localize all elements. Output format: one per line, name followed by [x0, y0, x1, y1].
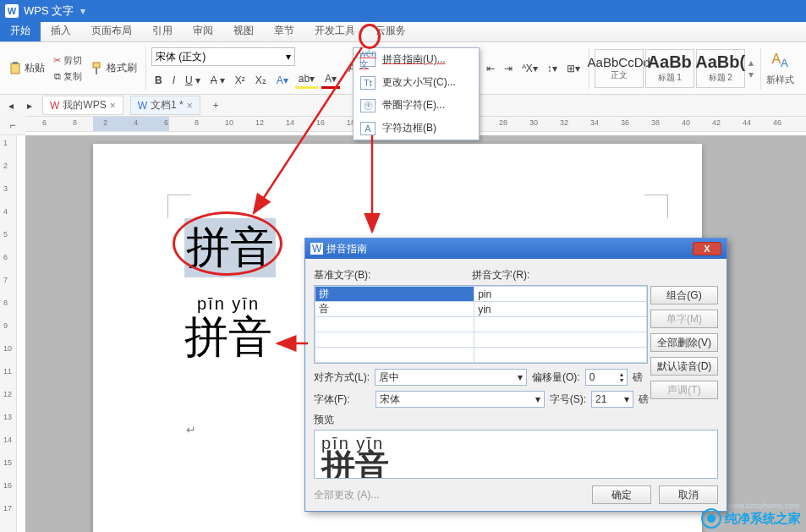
clear-all-button[interactable]: 全部删除(V): [650, 333, 718, 352]
tab-document[interactable]: W文档1 *×: [130, 96, 200, 115]
menu-tabs: 开始插入页面布局引用审阅视图章节开发工具云服务: [0, 22, 806, 42]
menu-tab[interactable]: 云服务: [365, 20, 416, 41]
tone-button: 声调(T): [650, 381, 718, 399]
combine-button[interactable]: 组合(G): [650, 286, 718, 304]
superscript-button[interactable]: X²: [232, 71, 249, 89]
default-reading-button[interactable]: 默认读音(D): [650, 357, 718, 376]
view-indicator: ⌐: [0, 115, 25, 135]
size-unit: 磅: [639, 392, 649, 407]
selected-text[interactable]: 拼音: [184, 218, 276, 277]
line-spacing-button[interactable]: ↕▾: [544, 61, 561, 76]
watermark-icon: [701, 508, 721, 529]
preview-label: 预览: [314, 413, 718, 427]
app-title: WPS 文字: [24, 3, 74, 19]
outdent-button[interactable]: ⇤: [483, 61, 498, 76]
font-color-button[interactable]: A▾: [321, 71, 340, 89]
menu-tab[interactable]: 审阅: [183, 20, 223, 41]
pinyin-guide-dialog: W拼音指南 X 基准文字(B): 拼音文字(R): 拼pin音yin 组合(G)…: [304, 238, 727, 512]
menu-tab[interactable]: 开发工具: [304, 20, 365, 41]
text-effect-button[interactable]: A▾: [273, 71, 292, 89]
dialog-titlebar[interactable]: W拼音指南 X: [305, 239, 726, 259]
copy-button[interactable]: ⧉复制: [51, 69, 85, 85]
strike-button[interactable]: A▾: [207, 71, 228, 89]
single-button: 单字(M): [650, 310, 718, 328]
close-icon[interactable]: ×: [110, 100, 116, 112]
paste-button[interactable]: 粘贴: [5, 59, 48, 77]
base-text-label: 基准文字(B):: [314, 268, 370, 282]
menu-tab[interactable]: 页面布局: [81, 20, 142, 41]
underline-button[interactable]: U▾: [182, 71, 204, 89]
tab-nav-left[interactable]: ◂: [5, 98, 17, 113]
style-gallery[interactable]: AaBbCcDd正文AaBb标题 1AaBb(标题 2: [595, 49, 745, 88]
cancel-button[interactable]: 取消: [659, 485, 718, 504]
style-preview[interactable]: AaBb标题 1: [645, 49, 694, 88]
highlight-button[interactable]: ab▾: [295, 71, 318, 89]
svg-rect-1: [13, 62, 18, 64]
dropdown-item[interactable]: Tt更改大小写(C)...: [354, 71, 479, 94]
style-preview[interactable]: AaBb(标题 2: [696, 49, 745, 88]
font-name-combo[interactable]: 宋体 (正文)▾: [151, 47, 295, 66]
text-direction-button[interactable]: ᴬX▾: [518, 61, 541, 76]
pinyin-dropdown-menu: wén 文拼音指南(U)...Tt更改大小写(C)...㊥带圈字符(E)...A…: [353, 47, 480, 140]
svg-rect-0: [11, 63, 19, 74]
apply-all-link[interactable]: 全部更改 (A)...: [314, 488, 379, 502]
align-label: 对齐方式(L):: [314, 370, 370, 385]
menu-tab[interactable]: 开始: [0, 20, 41, 41]
align-combo[interactable]: 居中▾: [375, 369, 527, 386]
svg-rect-3: [96, 68, 97, 74]
dialog-close-button[interactable]: X: [693, 242, 721, 255]
offset-spinner[interactable]: 0▴▾: [585, 369, 628, 386]
close-icon[interactable]: ×: [187, 100, 193, 112]
subscript-button[interactable]: X₂: [252, 71, 270, 89]
title-bar: W WPS 文字 ▾: [0, 0, 806, 22]
cut-button[interactable]: ✂剪切: [50, 52, 85, 69]
tab-mywps[interactable]: W我的WPS×: [42, 96, 123, 115]
ok-button[interactable]: 确定: [592, 485, 651, 504]
italic-button[interactable]: I: [169, 71, 178, 89]
menu-tab[interactable]: 视图: [223, 20, 264, 41]
style-preview[interactable]: AaBbCcDd正文: [595, 49, 644, 88]
preview-box: pīn yīn 拼音: [314, 430, 718, 479]
dropdown-item[interactable]: A字符边框(B): [354, 117, 479, 140]
menu-tab[interactable]: 引用: [142, 20, 183, 41]
bold-button[interactable]: B: [151, 71, 166, 89]
watermark: 纯净系统之家: [701, 508, 801, 529]
new-tab-button[interactable]: ＋: [207, 96, 224, 114]
tab-nav-right[interactable]: ▸: [24, 98, 36, 113]
font-combo[interactable]: 宋体▾: [376, 391, 545, 408]
borders-button[interactable]: ⊞▾: [563, 61, 584, 76]
paragraph-mark: ↵: [186, 423, 196, 436]
pinyin-grid[interactable]: 拼pin音yin: [314, 285, 648, 364]
size-label: 字号(S):: [550, 392, 586, 407]
svg-rect-2: [93, 63, 100, 68]
offset-unit: 磅: [633, 370, 643, 385]
offset-label: 偏移量(O):: [532, 370, 580, 385]
format-painter-button[interactable]: 格式刷: [87, 59, 140, 77]
dropdown-item[interactable]: ㊥带圈字符(E)...: [354, 94, 479, 117]
dropdown-item[interactable]: wén 文拼音指南(U)...: [354, 48, 479, 71]
pinyin-text-label: 拼音文字(R):: [472, 268, 529, 282]
app-logo: W: [5, 4, 19, 18]
font-label: 字体(F):: [314, 392, 350, 407]
new-style-button[interactable]: AA: [768, 50, 792, 71]
size-combo[interactable]: 21▾: [591, 391, 633, 408]
menu-tab[interactable]: 插入: [41, 20, 81, 41]
indent-button[interactable]: ⇥: [501, 61, 516, 76]
vertical-ruler[interactable]: 1234567891011121314151617: [0, 135, 17, 532]
ruby-result: pīn yīn 拼音: [184, 294, 272, 359]
menu-tab[interactable]: 章节: [264, 20, 304, 41]
